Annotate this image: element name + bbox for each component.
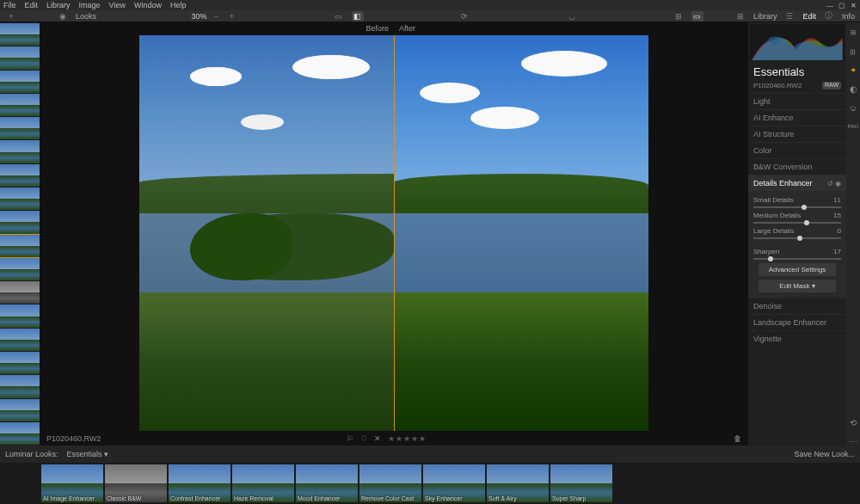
visibility-icon[interactable]: ◉ — [835, 180, 841, 187]
looks-label[interactable]: Looks — [76, 12, 96, 21]
section-ai-structure[interactable]: AI Structure — [748, 126, 846, 142]
look-item[interactable]: AI Image Enhancer — [41, 464, 103, 502]
looks-strip[interactable]: AI Image Enhancer Classic B&W Contrast E… — [0, 463, 860, 504]
looks-collection-dropdown[interactable]: Essentials ▾ — [67, 450, 109, 458]
looks-title: Luminar Looks: — [5, 450, 58, 458]
slider-sharpen[interactable]: Sharpen17 — [753, 248, 841, 260]
save-look-button[interactable]: Save New Look... — [794, 450, 855, 458]
thumb-item[interactable] — [0, 46, 40, 69]
thumb-item[interactable] — [0, 352, 40, 374]
layers-icon[interactable]: ≋ — [849, 28, 857, 36]
pro-cat-icon[interactable]: PRO — [849, 122, 857, 131]
histogram-icon[interactable]: ⫼ — [849, 46, 857, 55]
look-item[interactable]: Remove Color Cast — [359, 464, 421, 502]
rating-stars[interactable]: ★★★★★ — [388, 434, 427, 443]
filmstrip[interactable] — [0, 22, 40, 446]
histogram[interactable] — [750, 24, 845, 60]
look-item[interactable]: Super Sharp — [550, 464, 612, 502]
creative-cat-icon[interactable]: ◐ — [849, 84, 857, 93]
look-item[interactable]: Classic B&W — [105, 464, 167, 502]
edit-mask-button[interactable]: Edit Mask ▾ — [759, 280, 836, 292]
preview-image[interactable] — [139, 35, 648, 431]
look-item[interactable]: Soft & Airy — [487, 464, 549, 502]
thumb-item[interactable] — [0, 117, 40, 139]
thumb-item[interactable] — [0, 94, 40, 116]
view-single-icon[interactable]: ▭ — [333, 11, 345, 22]
thumb-item[interactable] — [0, 399, 40, 421]
menu-library[interactable]: Library — [46, 1, 71, 9]
thumb-item[interactable] — [0, 329, 40, 351]
more-icon[interactable]: ⋯ — [849, 437, 857, 446]
slider-large-details[interactable]: Large Details0 — [753, 227, 841, 239]
crop-icon[interactable]: ⟳ — [458, 11, 470, 22]
thumb-item[interactable] — [0, 140, 40, 163]
thumb-item[interactable] — [0, 235, 40, 257]
heart-icon[interactable]: ♡ — [360, 434, 367, 443]
zoom-out-button[interactable]: − — [210, 11, 222, 22]
section-bw[interactable]: B&W Conversion — [748, 158, 846, 175]
view-compare-icon[interactable]: ◧ — [352, 11, 364, 22]
essentials-cat-icon[interactable]: ✦ — [849, 65, 857, 74]
thumb-item[interactable] — [0, 281, 40, 304]
section-color[interactable]: Color — [748, 142, 846, 158]
compare-divider[interactable] — [394, 35, 395, 431]
section-details-enhancer[interactable]: Details Enhancer ↺ ◉ — [748, 175, 846, 191]
raw-badge: RAW — [822, 82, 841, 89]
section-vignette[interactable]: Vignette — [748, 330, 846, 347]
advanced-settings-button[interactable]: Advanced Settings — [759, 263, 836, 276]
minimize-icon[interactable]: — — [826, 2, 833, 9]
zoom-in-button[interactable]: + — [225, 11, 237, 22]
look-item[interactable]: Contrast Enhancer — [169, 464, 230, 502]
single-view-icon[interactable]: ▭ — [691, 11, 703, 22]
thumb-item[interactable] — [0, 304, 40, 327]
looks-icon[interactable]: ◉ — [57, 11, 69, 22]
thumb-item[interactable] — [0, 164, 40, 187]
thumb-item[interactable] — [0, 211, 40, 233]
reject-icon[interactable]: ✕ — [374, 434, 381, 443]
flag-icon[interactable]: ⚐ — [347, 434, 353, 443]
section-denoise[interactable]: Denoise — [748, 298, 846, 314]
trash-icon[interactable]: 🗑 — [734, 434, 741, 443]
maximize-icon[interactable]: ▢ — [838, 2, 845, 9]
section-light[interactable]: Light — [748, 93, 846, 109]
toolbar: + ◉ Looks 30% − + ▭ ◧ ⟳ ◡ ⊞ ▭ ⊞ Library … — [0, 10, 860, 22]
menu-window[interactable]: Window — [134, 1, 162, 9]
thumb-item[interactable] — [0, 187, 40, 210]
grid-view-icon[interactable]: ⊞ — [673, 11, 685, 22]
erase-icon[interactable]: ◡ — [566, 11, 578, 22]
info-tab-icon[interactable]: ⓘ — [823, 11, 835, 22]
menu-edit[interactable]: Edit — [25, 1, 39, 9]
close-icon[interactable]: ✕ — [851, 2, 857, 9]
menu-help[interactable]: Help — [170, 1, 187, 9]
before-label: Before — [40, 24, 394, 33]
portrait-cat-icon[interactable]: ☺ — [849, 103, 857, 112]
look-item[interactable]: Mood Enhancer — [296, 464, 358, 502]
menu-image[interactable]: Image — [79, 1, 101, 9]
slider-medium-details[interactable]: Medium Details15 — [753, 212, 841, 224]
thumb-item[interactable] — [0, 71, 40, 93]
history-icon[interactable]: ⟲ — [849, 418, 857, 427]
library-tab[interactable]: Library — [753, 12, 777, 21]
reset-icon[interactable]: ↺ — [827, 180, 833, 187]
section-landscape-enhancer[interactable]: Landscape Enhancer — [748, 314, 846, 330]
section-ai-enhance[interactable]: AI Enhance — [748, 109, 846, 126]
edit-tab-icon[interactable]: ☰ — [783, 11, 796, 22]
panel-filename: P1020460.RW2 — [753, 82, 802, 89]
look-item[interactable]: Sky Enhancer — [423, 464, 485, 502]
add-button[interactable]: + — [5, 11, 17, 22]
menu-view[interactable]: View — [109, 1, 126, 9]
menu-file[interactable]: File — [3, 1, 16, 9]
thumb-item[interactable] — [0, 258, 40, 280]
edit-tab[interactable]: Edit — [802, 12, 816, 21]
look-item[interactable]: Haze Removal — [232, 464, 294, 502]
thumb-item[interactable] — [0, 422, 40, 445]
slider-small-details[interactable]: Small Details11 — [753, 196, 841, 208]
library-tab-icon[interactable]: ⊞ — [734, 11, 746, 22]
thumb-item[interactable] — [0, 23, 40, 46]
thumb-item[interactable] — [0, 375, 40, 397]
info-tab[interactable]: Info — [842, 12, 855, 21]
looks-bar: Luminar Looks: Essentials ▾ Save New Loo… — [0, 446, 860, 463]
status-filename: P1020460.RW2 — [46, 434, 340, 443]
zoom-value[interactable]: 30% — [191, 12, 206, 21]
canvas: Before After — [40, 22, 748, 446]
